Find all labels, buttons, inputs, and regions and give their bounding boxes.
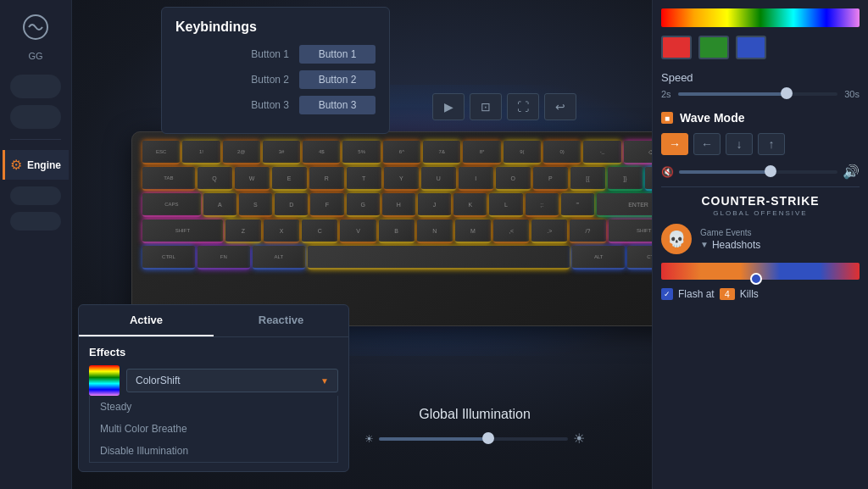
wave-mode-checkbox[interactable]: ■ [661, 112, 673, 124]
kb-value-2[interactable]: Button 2 [299, 70, 376, 89]
key-b[interactable]: B [379, 219, 415, 243]
key-l[interactable]: L [489, 193, 522, 217]
key-o[interactable]: O [496, 167, 531, 191]
key-alt-r[interactable]: ALT [572, 246, 625, 270]
key-q[interactable]: Q [198, 167, 232, 191]
key-a[interactable]: A [203, 193, 236, 217]
csgo-gradient-thumb[interactable] [750, 273, 762, 285]
key-alt-l[interactable]: ALT [253, 246, 305, 270]
key-f[interactable]: F [310, 193, 343, 217]
kb-label-3: Button 3 [175, 99, 289, 111]
key-7[interactable]: 7& [423, 141, 460, 164]
wave-dir-left[interactable]: ← [693, 133, 721, 155]
key-p[interactable]: P [533, 167, 568, 191]
sidebar-btn-1[interactable] [10, 75, 61, 98]
effects-dropdown[interactable]: ColorShift ▼ [126, 369, 338, 392]
csgo-subtitle: GLOBAL OFFENSIVE [661, 209, 860, 217]
key-9[interactable]: 9( [504, 141, 541, 164]
key-x[interactable]: X [264, 219, 299, 243]
key-g[interactable]: G [347, 193, 380, 217]
gi-slider-track[interactable] [379, 437, 568, 441]
wave-dir-up[interactable]: ↑ [758, 133, 785, 155]
key-s[interactable]: S [239, 193, 272, 217]
tab-active[interactable]: Active [79, 305, 214, 336]
global-illum-title: Global Illumination [364, 407, 585, 422]
key-v[interactable]: V [340, 219, 376, 243]
key-row-3: CAPS A S D F G H J K L ;: '" ENTER [142, 193, 680, 217]
dropdown-item-disable[interactable]: Disable Illumination [90, 440, 337, 462]
wave-dir-down[interactable]: ↓ [726, 133, 753, 155]
speed-slider-thumb[interactable] [781, 87, 793, 99]
speed-slider-track[interactable] [678, 92, 838, 96]
gi-slider-thumb[interactable] [482, 432, 494, 444]
key-k[interactable]: K [453, 193, 487, 217]
app-logo [19, 10, 53, 44]
key-r[interactable]: R [309, 167, 344, 191]
dropdown-item-multicolor[interactable]: Multi Color Breathe [90, 418, 337, 440]
key-c[interactable]: C [302, 219, 337, 243]
key-semicolon[interactable]: ;: [526, 193, 559, 217]
key-ctrl-l[interactable]: CTRL [142, 246, 195, 270]
sidebar-btn-3[interactable] [10, 186, 61, 205]
csgo-flash-number[interactable]: 4 [720, 288, 735, 300]
key-i[interactable]: I [459, 167, 493, 191]
key-m[interactable]: M [455, 219, 491, 243]
sidebar-btn-4[interactable] [10, 212, 61, 231]
select-tool-button[interactable]: ⊡ [470, 93, 502, 120]
sidebar-btn-2[interactable] [10, 105, 61, 129]
key-0[interactable]: 0) [543, 141, 581, 164]
key-period[interactable]: .> [531, 219, 567, 243]
key-u[interactable]: U [421, 167, 456, 191]
key-tab[interactable]: TAB [142, 167, 195, 191]
csgo-header: 💀 Game Events ▼ Headshots [661, 224, 860, 254]
key-d[interactable]: D [275, 193, 308, 217]
key-space[interactable] [308, 246, 570, 270]
key-bracket-l[interactable]: [{ [570, 167, 605, 191]
wave-dir-right[interactable]: → [661, 133, 688, 155]
key-fn[interactable]: FN [198, 246, 250, 270]
undo-button[interactable]: ↩ [544, 93, 576, 120]
key-n[interactable]: N [417, 219, 453, 243]
effects-section: Effects ColorShift ▼ Steady Multi Color … [79, 337, 348, 471]
key-shift-l[interactable]: SHIFT [142, 219, 223, 243]
sidebar-item-engine[interactable]: ⚙ Engine [3, 150, 69, 180]
tabs-row: Active Reactive [79, 305, 348, 337]
expand-tool-button[interactable]: ⛶ [507, 93, 539, 120]
csgo-event-label[interactable]: Headshots [712, 239, 760, 251]
key-slash[interactable]: /? [570, 219, 605, 243]
color-picker-red[interactable] [661, 36, 692, 59]
kb-row-3: Button 3 Button 3 [175, 96, 376, 114]
key-esc[interactable]: ESC [142, 141, 180, 164]
key-quote[interactable]: '" [561, 193, 594, 217]
speed-min-label: 2s [661, 89, 671, 99]
key-comma[interactable]: ,< [493, 219, 529, 243]
csgo-flash-checkbox[interactable]: ✓ [661, 288, 673, 300]
key-w[interactable]: W [235, 167, 270, 191]
key-caps[interactable]: CAPS [142, 193, 201, 217]
kb-value-3[interactable]: Button 3 [299, 96, 376, 114]
cursor-tool-button[interactable]: ▶ [432, 93, 465, 120]
key-2[interactable]: 2@ [223, 141, 260, 164]
color-picker-blue[interactable] [736, 36, 766, 59]
key-e[interactable]: E [272, 167, 307, 191]
key-y[interactable]: Y [384, 167, 419, 191]
key-z[interactable]: Z [225, 219, 261, 243]
key-h[interactable]: H [382, 193, 415, 217]
csgo-flash-check-mark: ✓ [664, 290, 670, 298]
key-8[interactable]: 8* [463, 141, 500, 164]
dropdown-item-steady[interactable]: Steady [90, 396, 337, 418]
key-t[interactable]: T [347, 167, 381, 191]
key-3[interactable]: 3# [263, 141, 300, 164]
color-picker-green[interactable] [698, 36, 729, 59]
key-6[interactable]: 6^ [383, 141, 420, 164]
key-bracket-r[interactable]: ]} [608, 167, 643, 191]
key-minus[interactable]: -_ [583, 141, 620, 164]
wave-speed-thumb[interactable] [765, 165, 776, 177]
key-1[interactable]: 1! [182, 141, 220, 164]
wave-speed-track[interactable] [679, 170, 837, 174]
tab-reactive[interactable]: Reactive [214, 305, 348, 336]
kb-value-1[interactable]: Button 1 [299, 45, 376, 64]
key-j[interactable]: J [418, 193, 451, 217]
key-5[interactable]: 5% [342, 141, 380, 164]
key-4[interactable]: 4$ [303, 141, 340, 164]
